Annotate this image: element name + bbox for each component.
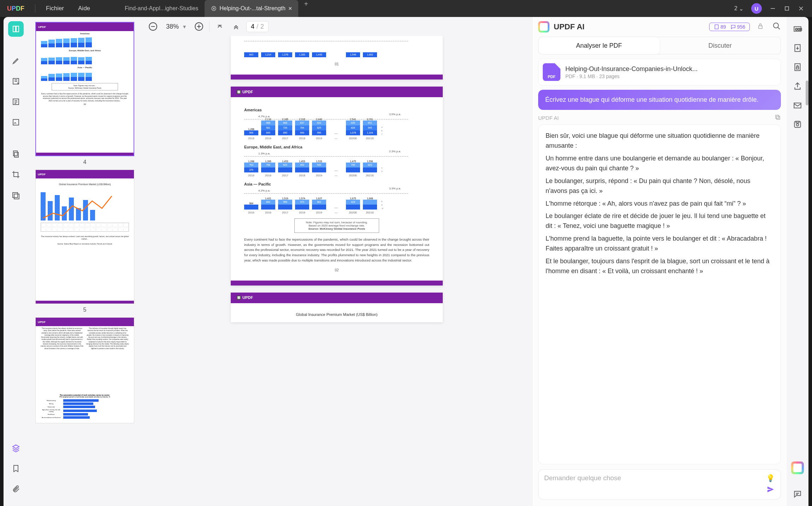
svg-rect-7 [14,152,18,157]
chat-input-area: 💡 [538,469,781,500]
sign-tool[interactable] [8,114,24,130]
tab-add-button[interactable]: + [298,0,314,17]
email-tool[interactable] [792,100,803,111]
bookmark-tool[interactable] [8,461,24,476]
response-header: UPDF AI [538,114,781,122]
thumbnail-number: 5 [33,307,136,313]
ai-response[interactable]: Bien sûr, voici une blague qui déforme u… [538,124,781,464]
attachment-tool[interactable] [8,481,24,497]
avatar[interactable]: U [751,3,762,14]
updf-ai-icon[interactable] [791,461,804,474]
svg-point-24 [796,124,799,126]
pdf-icon: PDF [543,63,560,81]
tab-label: Find-and-Appl...igher-Studies [125,5,198,12]
maximize-button[interactable] [784,5,790,12]
page-number-input[interactable]: 4 / 2 [246,21,269,32]
prev-page-button[interactable] [230,20,242,33]
ai-panel: UPDF AI 89 956 Analyser le PDF Discuter … [532,17,787,506]
main-area: UPDF Americas Europe, Middle East, and A… [4,17,808,506]
pdf-page: 🔲 UPDF Global Insurance Premium Market (… [231,293,443,322]
svg-rect-6 [13,151,17,156]
growth-label: 1.3% p.a. [258,152,270,155]
redact-tool[interactable] [8,187,24,203]
brand-label: 🔲 UPDF [236,295,253,300]
chart-note: Note: Figures may not sum, because of ro… [294,218,379,233]
chart-title: Global Insurance Premium Market (US$ Bil… [244,312,429,317]
share-tool[interactable] [792,81,803,92]
page-footer-number: 01 [244,62,429,66]
right-toolbar: OCR [787,17,808,506]
zoom-in-button[interactable] [193,20,205,33]
svg-rect-16 [776,115,779,118]
thumbnail-panel[interactable]: UPDF Americas Europe, Middle East, and A… [28,17,141,506]
thumbnail[interactable]: UPDF The insurance industry has always i… [33,317,136,423]
tab-active[interactable]: Helping-Out-...tal-Strength × [205,0,298,17]
ai-credits[interactable]: 89 956 [709,23,750,31]
thumbnail[interactable]: UPDF Americas Europe, Middle East, and A… [33,22,136,165]
convert-tool[interactable] [792,42,803,54]
save-tool[interactable] [792,119,803,130]
region-heading: Europe, Middle East, and Africa [244,145,429,149]
credits-dropdown[interactable]: 2 ⌄ [734,5,743,12]
tab-chat[interactable]: Discuter [660,37,781,54]
svg-rect-21 [796,67,799,69]
ocr-tool[interactable]: OCR [792,23,803,35]
growth-label: 4.7% p.a. [258,115,270,118]
send-button[interactable] [766,485,775,495]
page-icon [714,24,719,30]
page-sep: / [257,23,258,30]
first-page-button[interactable] [214,20,226,33]
organize-tool[interactable] [8,146,24,162]
thumbnail-page-6[interactable]: UPDF The insurance industry has always i… [35,317,134,423]
menu-help[interactable]: Aide [71,5,97,12]
thumbnail-page-4[interactable]: UPDF Americas Europe, Middle East, and A… [35,22,134,156]
response-line: Et le boulanger, toujours dans l'esprit … [546,257,773,276]
response-line: L'homme rétorque : « Ah, alors vous n'av… [546,199,773,209]
pdf-page: 843 1,214 1,378 1,383 1,440 1,548 1,662 … [231,36,443,80]
svg-rect-25 [796,121,799,123]
close-icon[interactable]: × [288,5,292,12]
search-icon[interactable] [772,22,781,32]
zoom-select[interactable]: 38% ▾ [163,23,189,30]
brand-label: UPDF [38,25,46,29]
zoom-out-button[interactable] [147,20,159,33]
svg-rect-9 [14,194,19,199]
lightbulb-icon[interactable]: 💡 [766,474,775,482]
form-tool[interactable] [8,94,24,110]
brand-label: UPDF [38,320,46,324]
tab-analyze[interactable]: Analyser le PDF [539,37,660,54]
tab-inactive[interactable]: Find-and-Appl...igher-Studies [118,0,205,17]
brand-label: 🔲 UPDF [236,90,253,94]
close-button[interactable] [798,5,804,12]
growth-label: 2.3% p.a. [389,150,401,153]
year-axis: 20162016201720182019—2020E2021E [244,137,429,140]
updf-ai-logo-icon [538,21,549,33]
crop-tool[interactable] [8,167,24,182]
response-header-label: UPDF AI [538,115,559,121]
document-canvas[interactable]: 843 1,214 1,378 1,383 1,440 1,548 1,662 … [141,36,532,506]
protect-tool[interactable] [792,61,803,73]
svg-rect-2 [785,7,789,10]
credit-pages: 89 [712,24,728,30]
layers-tool[interactable] [8,440,24,456]
edit-text-tool[interactable] [8,73,24,89]
comment-tool[interactable] [792,488,803,500]
lock-icon[interactable] [757,23,764,31]
highlight-tool[interactable] [8,53,24,69]
separator [209,22,210,31]
ai-title: UPDF AI [554,22,705,31]
thumbnail[interactable]: UPDF Global Insurance Premium Market (US… [33,170,136,313]
reader-tool[interactable] [8,21,24,37]
thumbnail-page-5[interactable]: UPDF Global Insurance Premium Market (US… [35,170,134,304]
minimize-button[interactable] [770,5,776,12]
copy-icon[interactable] [775,114,781,122]
page-total: 2 [260,23,264,30]
ai-document-card[interactable]: PDF Helping-Out-Insurance-Companies-in-U… [538,59,781,86]
chat-input[interactable] [544,474,766,482]
ai-header: UPDF AI 89 956 [532,17,787,37]
menu-file[interactable]: Fichier [39,5,71,12]
svg-rect-8 [13,193,18,198]
response-line: Le boulanger éclate de rire et décide de… [546,211,773,231]
response-line: Le boulanger, surpris, répond : « Du pai… [546,176,773,196]
chat-icon [730,24,736,30]
